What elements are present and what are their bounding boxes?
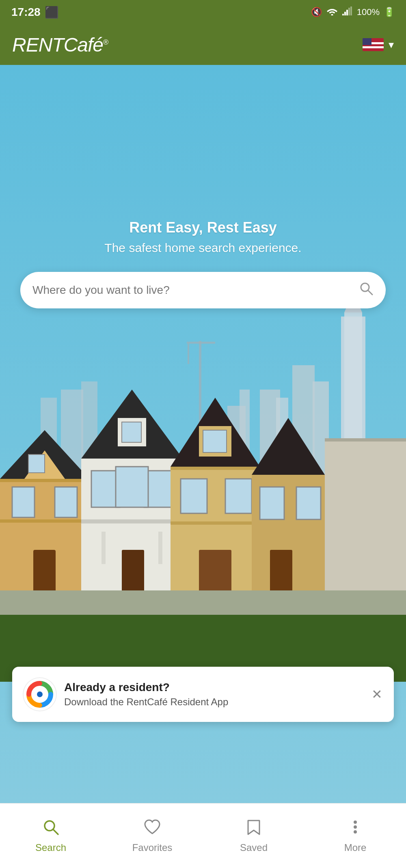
svg-rect-33 <box>55 487 77 517</box>
chevron-down-icon: ▾ <box>389 39 394 51</box>
more-nav-label: More <box>344 842 367 853</box>
battery-text: 100% <box>357 7 380 17</box>
svg-rect-62 <box>260 487 284 519</box>
nav-tab-search[interactable]: Search <box>0 818 102 853</box>
svg-rect-67 <box>0 590 406 615</box>
status-icons: 🔇 100% 🔋 <box>311 6 395 18</box>
favorites-nav-label: Favorites <box>132 842 173 853</box>
hero-title: Rent Easy, Rest Easy <box>0 219 406 236</box>
wifi-icon <box>326 6 338 18</box>
svg-rect-18 <box>188 344 189 364</box>
resident-card[interactable]: Already a resident? Download the RentCaf… <box>12 667 394 722</box>
svg-rect-1 <box>342 14 344 15</box>
resident-card-title: Already a resident? <box>64 681 363 694</box>
more-nav-icon <box>346 818 364 839</box>
logo-cafe: Café <box>64 34 103 56</box>
svg-rect-36 <box>0 479 89 482</box>
call-icon <box>342 6 353 18</box>
search-bar[interactable] <box>20 272 386 308</box>
svg-rect-56 <box>225 479 252 513</box>
logo-rent: RENT <box>12 34 64 56</box>
mute-icon: 🔇 <box>311 7 322 17</box>
svg-rect-5 <box>350 6 352 15</box>
resident-card-subtitle: Download the RentCafé Resident App <box>64 696 363 708</box>
language-selector[interactable]: ▾ <box>363 38 394 51</box>
bottom-navigation: Search Favorites Saved More <box>0 803 406 868</box>
app-header: RENTCafé® ▾ <box>0 24 406 65</box>
svg-rect-17 <box>187 342 215 344</box>
svg-point-75 <box>354 821 357 824</box>
logo-registered: ® <box>103 38 108 46</box>
svg-rect-4 <box>348 8 350 15</box>
svg-line-74 <box>53 829 58 834</box>
svg-rect-37 <box>0 519 89 523</box>
svg-rect-46 <box>122 550 144 592</box>
us-flag-icon <box>363 38 384 51</box>
hero-text-section: Rent Easy, Rest Easy The safest home sea… <box>0 219 406 255</box>
svg-rect-63 <box>296 487 321 519</box>
svg-rect-42 <box>122 422 141 442</box>
favorites-nav-icon <box>143 818 161 839</box>
svg-rect-54 <box>203 430 227 452</box>
resident-card-text: Already a resident? Download the RentCaf… <box>64 681 363 708</box>
svg-rect-45 <box>116 467 148 507</box>
svg-rect-59 <box>171 467 260 470</box>
saved-nav-label: Saved <box>240 842 268 853</box>
rentcafe-resident-logo <box>24 678 56 711</box>
hero-subtitle: The safest home search experience. <box>0 241 406 255</box>
status-bar: 17:28 ⬛ 🔇 100% 🔋 <box>0 0 406 24</box>
svg-rect-48 <box>102 532 106 564</box>
search-container <box>20 272 386 308</box>
svg-rect-65 <box>325 438 406 592</box>
svg-rect-55 <box>181 479 207 513</box>
svg-point-77 <box>354 830 357 834</box>
search-nav-icon <box>42 818 60 839</box>
svg-rect-66 <box>325 438 406 442</box>
search-nav-label: Search <box>35 842 66 853</box>
svg-rect-58 <box>171 521 260 525</box>
hero-section: Rent Easy, Rest Easy The safest home sea… <box>0 65 406 803</box>
search-submit-icon[interactable] <box>359 281 374 299</box>
nav-tab-more[interactable]: More <box>304 818 406 853</box>
resident-card-close-button[interactable]: ✕ <box>371 688 382 701</box>
app-logo: RENTCafé® <box>12 34 108 56</box>
battery-icon: 🔋 <box>384 7 395 17</box>
svg-point-0 <box>331 14 333 16</box>
svg-rect-64 <box>270 550 292 592</box>
svg-rect-3 <box>346 10 348 15</box>
svg-point-72 <box>37 691 43 697</box>
time-display: 17:28 <box>11 6 41 19</box>
svg-rect-34 <box>28 454 45 473</box>
svg-rect-35 <box>33 550 56 592</box>
status-time: 17:28 ⬛ <box>11 6 59 19</box>
saved-nav-icon <box>245 818 263 839</box>
camera-indicator-icon: ⬛ <box>45 6 59 19</box>
svg-rect-49 <box>158 532 162 564</box>
svg-rect-57 <box>199 550 231 592</box>
svg-line-69 <box>368 291 372 295</box>
svg-rect-47 <box>81 519 183 523</box>
nav-tab-saved[interactable]: Saved <box>203 818 304 853</box>
svg-rect-32 <box>12 487 35 517</box>
svg-rect-2 <box>344 12 346 15</box>
svg-point-76 <box>354 825 357 829</box>
nav-tab-favorites[interactable]: Favorites <box>102 818 203 853</box>
location-search-input[interactable] <box>32 284 359 297</box>
